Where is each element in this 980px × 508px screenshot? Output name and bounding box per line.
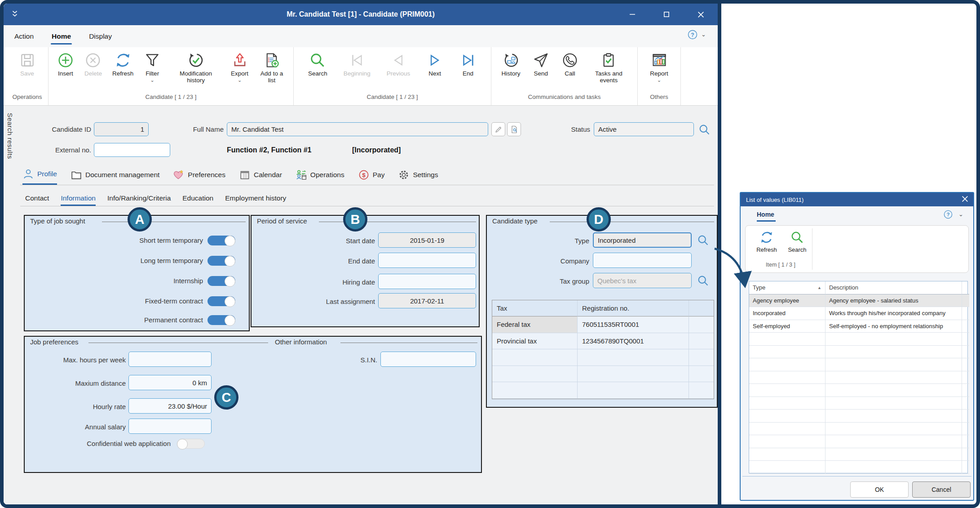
tab-contact[interactable]: Contact — [25, 192, 49, 206]
next-button[interactable]: Next — [424, 52, 445, 77]
sub-tabs: Contact Information Info/Ranking/Criteri… — [25, 192, 286, 206]
last-assignment-field[interactable]: 2017-02-11 — [378, 293, 476, 308]
empty-cell — [578, 366, 689, 383]
fixed-term-contract-toggle[interactable] — [207, 296, 235, 306]
internship-toggle[interactable] — [207, 276, 235, 286]
registration-column-header[interactable]: Registration no. — [578, 300, 689, 316]
menu-action[interactable]: Action — [14, 25, 34, 47]
close-button[interactable] — [690, 7, 711, 22]
call-button[interactable]: Call — [560, 52, 580, 77]
name-preview-button[interactable] — [507, 122, 521, 136]
tab-employment-history[interactable]: Employment history — [225, 192, 286, 206]
popup-help-chevron-icon[interactable]: ⌄ — [958, 213, 963, 216]
long-term-temporary-toggle[interactable] — [207, 256, 235, 266]
value-type-cell[interactable]: Incorporated — [749, 307, 825, 320]
history-button[interactable]: History — [500, 52, 522, 77]
tab-calendar[interactable]: Calendar — [239, 165, 282, 185]
max-hours-field[interactable] — [128, 352, 212, 367]
registration-cell[interactable]: 1234567890TQ0001 — [578, 333, 689, 350]
tab-education[interactable]: Education — [182, 192, 213, 206]
refresh-button[interactable]: Refresh — [110, 52, 135, 77]
filter-button[interactable]: Filter ⌄ — [142, 52, 163, 82]
export-button[interactable]: Export ⌄ — [229, 52, 250, 82]
delete-button[interactable]: Delete — [83, 52, 104, 77]
value-type-cell[interactable]: Agency employee — [749, 294, 825, 307]
end-button[interactable]: End — [458, 52, 478, 77]
ribbon-group-candidate-edit: Insert Delete Refresh Filter ⌄ — [49, 47, 294, 105]
tab-document-management[interactable]: Document management — [71, 165, 159, 185]
description-column-header[interactable]: Description — [825, 281, 962, 294]
search-button[interactable]: Search — [306, 52, 329, 77]
sin-field[interactable] — [380, 352, 476, 367]
company-field[interactable] — [593, 253, 692, 268]
save-button[interactable]: Save — [17, 52, 38, 77]
send-button[interactable]: Send — [530, 52, 551, 77]
function-line: Function #2, Function #1 — [227, 144, 311, 156]
beginning-button[interactable]: Beginning — [342, 52, 372, 77]
tax-group-field[interactable]: Quebec's tax — [593, 273, 692, 288]
popup-tab-home[interactable]: Home — [757, 211, 774, 218]
tax-cell[interactable]: Provincial tax — [492, 333, 578, 350]
type-column-header[interactable]: Type▲ — [749, 281, 825, 294]
popup-close-button[interactable] — [962, 196, 968, 204]
status-lookup-button[interactable] — [697, 122, 712, 137]
menu-display[interactable]: Display — [89, 25, 112, 47]
candidate-type-panel: Candidate type Type Incorporated Company… — [486, 215, 718, 408]
tab-operations[interactable]: Operations — [296, 165, 344, 185]
help-dropdown-chevron-icon[interactable]: ⌄ — [701, 33, 706, 36]
candidate-id-field[interactable]: 1 — [94, 122, 149, 136]
tax-column-header[interactable]: Tax — [492, 300, 578, 316]
external-no-field[interactable] — [94, 143, 170, 157]
modification-history-button[interactable]: Modification history — [169, 52, 222, 84]
edit-name-button[interactable] — [491, 122, 505, 136]
add-to-list-button[interactable]: Add to a list — [257, 52, 287, 84]
popup-search-button[interactable]: Search — [784, 230, 810, 253]
empty-row-cell — [962, 410, 969, 423]
confidential-web-toggle[interactable] — [177, 439, 205, 449]
tab-pay[interactable]: $ Pay — [358, 165, 385, 185]
registration-cell[interactable]: 760511535RT0001 — [578, 316, 689, 333]
calendar-icon — [239, 169, 251, 181]
tab-information[interactable]: Information — [61, 192, 96, 206]
permanent-contract-toggle[interactable] — [207, 315, 235, 325]
report-button[interactable]: Report ⌄ — [648, 52, 670, 82]
hourly-rate-field[interactable]: 23.00 $/Hour — [128, 398, 212, 414]
help-icon[interactable]: ? — [688, 30, 697, 40]
end-date-field[interactable] — [378, 253, 476, 268]
status-field[interactable]: Active — [594, 122, 694, 136]
tab-settings[interactable]: Settings — [398, 165, 438, 185]
hiring-date-field[interactable] — [378, 274, 476, 289]
popup-refresh-button[interactable]: Refresh — [754, 230, 780, 253]
empty-row-cell — [825, 435, 962, 448]
start-date-field[interactable]: 2015-01-19 — [378, 232, 476, 248]
cancel-button[interactable]: Cancel — [912, 481, 971, 498]
tax-cell[interactable]: Federal tax — [492, 316, 578, 333]
tab-info-ranking-criteria[interactable]: Info/Ranking/Criteria — [107, 192, 171, 206]
tab-profile[interactable]: Profile — [22, 165, 57, 185]
previous-button[interactable]: Previous — [385, 52, 412, 77]
type-lookup-button[interactable] — [695, 232, 711, 248]
value-description-cell[interactable]: Self-employed - no employment relationsh… — [825, 320, 962, 333]
popup-help-icon[interactable]: ? — [944, 210, 953, 221]
tab-preferences[interactable]: Preferences — [173, 165, 225, 185]
tasks-events-button[interactable]: Tasks and events — [588, 52, 629, 84]
empty-row-cell — [825, 423, 962, 436]
minimize-button[interactable] — [622, 7, 643, 22]
maximize-button[interactable] — [656, 7, 677, 22]
max-distance-field[interactable]: 0 km — [128, 375, 212, 390]
insert-button[interactable]: Insert — [55, 52, 76, 77]
type-field[interactable]: Incorporated — [593, 232, 692, 248]
menu-home[interactable]: Home — [52, 25, 71, 47]
save-icon — [19, 52, 36, 69]
empty-row-cell — [962, 358, 969, 371]
search-results-side-tab[interactable]: Search results — [6, 113, 14, 159]
annual-salary-field[interactable] — [128, 419, 212, 434]
ok-button[interactable]: OK — [850, 481, 909, 498]
tax-group-lookup-button[interactable] — [695, 273, 711, 288]
value-type-cell[interactable]: Self-employed — [749, 320, 825, 333]
job-preferences-panel: Job preferences Other information Max. h… — [24, 336, 482, 473]
short-term-temporary-toggle[interactable] — [207, 236, 235, 245]
full-name-field[interactable]: Mr. Candidat Test — [227, 122, 488, 136]
value-description-cell[interactable]: Works through his/her incorporated compa… — [825, 307, 962, 320]
value-description-cell[interactable]: Agency employee - salaried status — [825, 294, 962, 307]
